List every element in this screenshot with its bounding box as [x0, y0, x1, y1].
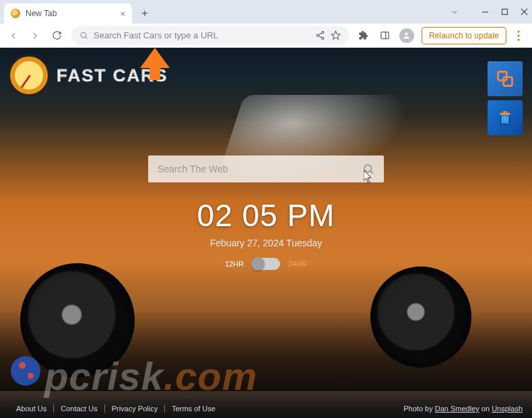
svg-rect-19	[498, 72, 507, 81]
svg-point-14	[405, 32, 408, 35]
footer-link-about[interactable]: About Us	[9, 405, 54, 413]
footer-link-contact[interactable]: Contact Us	[54, 405, 104, 413]
search-icon	[79, 31, 88, 40]
clear-button[interactable]	[488, 100, 523, 135]
kebab-menu-icon[interactable]	[509, 26, 528, 45]
omnibox-placeholder: Search Fast Cars or type a URL	[94, 30, 218, 40]
profile-avatar[interactable]	[397, 26, 416, 45]
svg-point-6	[322, 32, 324, 34]
svg-rect-20	[504, 77, 512, 86]
bookmark-star-icon[interactable]	[331, 30, 341, 40]
search-input[interactable]: Search The Web	[148, 155, 384, 182]
date-display: Febuary 27, 2024 Tuesday	[148, 238, 384, 248]
share-icon[interactable]	[315, 30, 325, 40]
photo-credit: Photo by Dan Smedley on Unsplash	[403, 405, 523, 413]
footer-link-terms[interactable]: Terms of Use	[165, 405, 222, 413]
newtab-page: FAST CARS Search The Web 02 05 PM Febuar…	[0, 48, 532, 418]
minimize-button[interactable]	[481, 8, 489, 15]
svg-line-9	[319, 33, 322, 35]
hour-format-toggle: 12HR 24HR	[148, 258, 384, 270]
browser-tab[interactable]: New Tab ×	[4, 3, 132, 24]
maximize-button[interactable]	[501, 8, 508, 15]
window-titlebar: New Tab × +	[0, 0, 532, 24]
svg-rect-25	[500, 112, 510, 114]
new-tab-button[interactable]: +	[136, 5, 154, 22]
sidepanel-icon[interactable]	[376, 26, 395, 45]
close-window-button[interactable]	[521, 8, 528, 15]
svg-point-7	[317, 34, 319, 36]
address-bar[interactable]: Search Fast Cars or type a URL	[71, 26, 349, 45]
watermark-logo-icon	[11, 356, 40, 386]
page-footer: About Us Contact Us Privacy Policy Terms…	[0, 399, 532, 418]
svg-rect-1	[502, 9, 508, 15]
credit-source-link[interactable]: Unsplash	[492, 405, 523, 413]
back-button[interactable]	[4, 26, 23, 45]
svg-point-16	[517, 34, 519, 36]
svg-point-15	[517, 30, 519, 32]
tab-close-icon[interactable]: ×	[120, 9, 125, 19]
side-actions	[488, 61, 523, 135]
toggle-switch[interactable]	[252, 258, 280, 270]
browser-toolbar: Search Fast Cars or type a URL Relaunch …	[0, 24, 532, 48]
tab-favicon-icon	[11, 9, 20, 18]
svg-marker-18	[140, 48, 170, 80]
tabs-dropdown-icon[interactable]	[451, 8, 459, 16]
tab-title: New Tab	[26, 9, 57, 18]
clock-display: 02 05 PM	[148, 197, 384, 234]
annotation-arrow-icon	[140, 48, 170, 80]
svg-line-5	[86, 37, 87, 38]
search-placeholder: Search The Web	[158, 164, 228, 174]
extensions-icon[interactable]	[354, 26, 373, 45]
wallpaper-button[interactable]	[488, 61, 523, 96]
background-wheel	[20, 263, 135, 378]
window-controls	[451, 0, 528, 24]
svg-line-10	[319, 36, 322, 38]
label-12hr: 12HR	[225, 260, 244, 268]
svg-rect-12	[381, 32, 389, 39]
label-24hr: 24HR	[288, 260, 307, 268]
svg-point-17	[517, 38, 519, 40]
reload-button[interactable]	[47, 26, 66, 45]
center-widget: Search The Web 02 05 PM Febuary 27, 2024…	[148, 155, 384, 270]
footer-links: About Us Contact Us Privacy Policy Terms…	[9, 405, 222, 413]
background-wheel	[370, 267, 471, 368]
relaunch-button[interactable]: Relaunch to update	[422, 27, 506, 44]
svg-point-8	[322, 37, 324, 39]
svg-point-4	[81, 32, 86, 38]
speedometer-icon	[8, 55, 50, 96]
mouse-cursor-icon	[364, 170, 373, 184]
svg-marker-11	[331, 31, 340, 39]
svg-rect-26	[503, 111, 508, 112]
forward-button[interactable]	[26, 26, 44, 45]
footer-link-privacy[interactable]: Privacy Policy	[105, 405, 165, 413]
credit-author-link[interactable]: Dan Smedley	[435, 405, 479, 413]
